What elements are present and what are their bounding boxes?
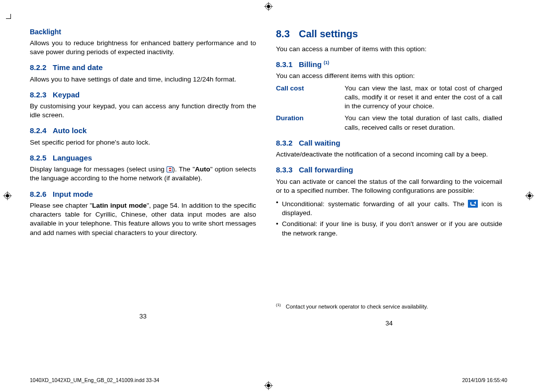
bullet-conditional: • Conditional: if your line is busy, if … [276, 220, 502, 237]
para-keypad: By customising your keypad, you can acce… [30, 102, 256, 120]
para-time-date: Allows you to have settings of date and … [30, 75, 256, 84]
forward-icon [468, 200, 478, 208]
heading-call-waiting: 8.3.2Call waiting [276, 138, 502, 148]
page-left: Backlight Allows you to reduce brightnes… [30, 27, 256, 328]
heading-call-settings: 8.3Call settings [276, 27, 502, 41]
def-call-cost-text: You can view the last, max or total cost… [345, 84, 502, 111]
heading-input-mode: 8.2.6Input mode [30, 189, 256, 199]
heading-backlight: Backlight [30, 27, 256, 37]
bullet-dot-icon: • [276, 220, 282, 237]
registration-mark-icon [264, 2, 273, 11]
heading-auto-lock: 8.2.4Auto lock [30, 126, 256, 136]
para-billing: You can access different items with this… [276, 72, 502, 80]
meta-filename: 1040XD_1042XD_UM_Eng_GB_02_141009.indd 3… [30, 377, 159, 383]
bullet-unconditional: • Unconditional: systematic forwarding o… [276, 198, 502, 218]
term-duration: Duration [276, 114, 345, 132]
def-call-cost: Call cost You can view the last, max or … [276, 84, 502, 111]
print-metadata: 1040XD_1042XD_UM_Eng_GB_02_141009.indd 3… [30, 377, 507, 383]
def-duration-text: You can view the total duration of last … [345, 114, 502, 132]
para-input-mode: Please see chapter "Latin input mode", p… [30, 201, 256, 237]
page-number-left: 33 [30, 312, 256, 321]
bullet-dot-icon: • [276, 198, 282, 218]
footnote: (1)Contact your network operator to chec… [276, 303, 502, 311]
para-backlight: Allows you to reduce brightness for enha… [30, 39, 256, 57]
term-call-cost: Call cost [276, 84, 345, 111]
page-number-right: 34 [276, 319, 502, 328]
heading-keypad: 8.2.3Keypad [30, 90, 256, 100]
para-call-forwarding: You can activate or cancel the status of… [276, 177, 502, 195]
para-call-waiting: Activate/deactivate the notification of … [276, 150, 502, 159]
nav-key-icon [167, 166, 173, 172]
registration-mark-icon [525, 191, 534, 200]
crop-mark-icon [6, 14, 15, 23]
def-duration: Duration You can view the total duration… [276, 114, 502, 132]
heading-billing: 8.3.1Billing (1) [276, 60, 502, 70]
heading-time-date: 8.2.2Time and date [30, 63, 256, 73]
heading-call-forwarding: 8.3.3Call forwarding [276, 165, 502, 175]
para-auto-lock: Set specific period for phone's auto loc… [30, 138, 256, 147]
page-right: 8.3Call settings You can access a number… [276, 27, 502, 328]
heading-languages: 8.2.5Languages [30, 153, 256, 163]
meta-timestamp: 2014/10/9 16:55:40 [462, 377, 507, 383]
para-languages: Display language for messages (select us… [30, 165, 256, 183]
registration-mark-icon [3, 191, 12, 200]
para-call-settings: You can access a number of items with th… [276, 45, 502, 54]
